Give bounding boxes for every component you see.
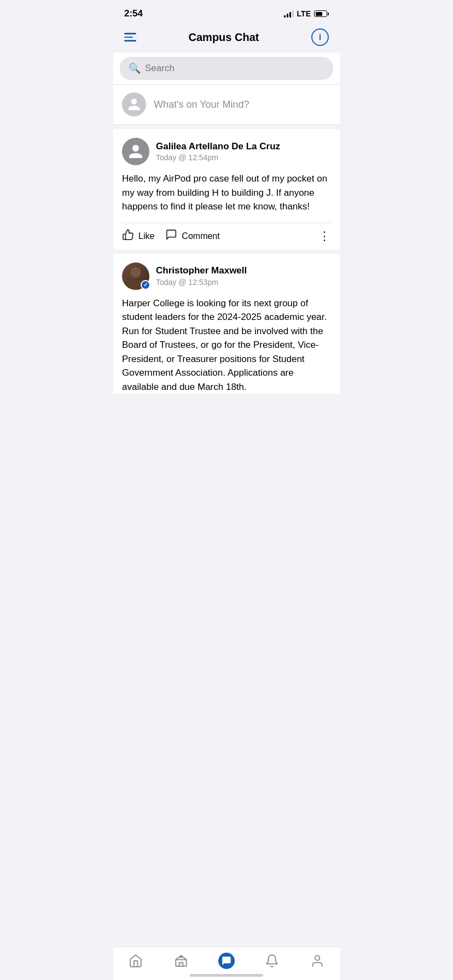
comment-icon: [165, 229, 177, 244]
post-time: Today @ 12:54pm: [156, 153, 331, 162]
page-title: Campus Chat: [189, 31, 259, 44]
post-time: Today @ 12:53pm: [156, 278, 331, 287]
info-icon: i: [319, 32, 321, 42]
thumbs-up-icon: [122, 229, 134, 244]
post-header: ✓ Christopher Maxwell Today @ 12:53pm: [122, 262, 331, 290]
post-meta: Galilea Artellano De La Cruz Today @ 12:…: [156, 141, 331, 162]
comment-label: Comment: [182, 231, 219, 241]
compose-avatar: [122, 92, 146, 116]
avatar-person-icon: [127, 143, 144, 160]
info-button[interactable]: i: [311, 28, 329, 46]
lte-label: LTE: [297, 9, 311, 18]
compose-bar[interactable]: What's on Your Mind?: [113, 84, 340, 125]
like-button[interactable]: Like: [122, 229, 154, 244]
post-card: Galilea Artellano De La Cruz Today @ 12:…: [113, 129, 340, 249]
like-label: Like: [138, 231, 154, 241]
search-input[interactable]: [145, 63, 324, 74]
post-body: Harper College is looking for its next g…: [122, 296, 331, 394]
post-card: ✓ Christopher Maxwell Today @ 12:53pm Ha…: [113, 254, 340, 394]
search-bar[interactable]: 🔍: [120, 57, 333, 80]
compose-placeholder[interactable]: What's on Your Mind?: [154, 99, 249, 110]
avatar-image: [122, 138, 149, 165]
post-body: Hello, my AirPod pro case fell out of my…: [122, 172, 331, 214]
more-button[interactable]: ⋮: [318, 230, 331, 242]
post-header: Galilea Artellano De La Cruz Today @ 12:…: [122, 138, 331, 165]
post-author: Christopher Maxwell: [156, 265, 331, 276]
post-actions: Like Comment ⋮: [122, 223, 331, 249]
post-author: Galilea Artellano De La Cruz: [156, 141, 331, 152]
status-time: 2:54: [124, 8, 143, 19]
checkmark-icon: ✓: [143, 282, 148, 288]
battery-icon: [314, 10, 329, 17]
menu-button[interactable]: [124, 33, 136, 42]
nav-bar: Campus Chat i: [113, 24, 340, 52]
search-icon: 🔍: [129, 62, 141, 74]
comment-button[interactable]: Comment: [165, 229, 219, 244]
post-avatar: [122, 138, 149, 165]
signal-icon: [284, 10, 294, 18]
status-bar: 2:54 LTE: [113, 0, 340, 24]
search-container: 🔍: [113, 52, 340, 84]
person-icon: [127, 97, 141, 112]
verified-badge: ✓: [141, 280, 150, 290]
svg-point-2: [131, 267, 141, 277]
post-avatar: ✓: [122, 262, 149, 290]
status-icons: LTE: [284, 9, 329, 18]
post-meta: Christopher Maxwell Today @ 12:53pm: [156, 265, 331, 286]
